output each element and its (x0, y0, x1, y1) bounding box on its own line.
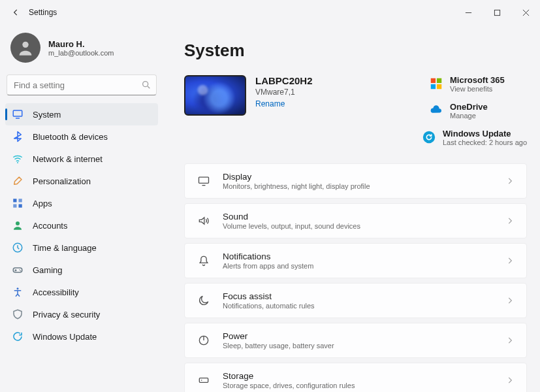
sidebar-item-accessibility[interactable]: Accessibility (5, 281, 158, 303)
setting-sub: Volume levels, output, input, sound devi… (223, 222, 494, 230)
chevron-right-icon (505, 216, 515, 225)
setting-storage[interactable]: StorageStorage space, drives, configurat… (184, 363, 527, 392)
setting-sound[interactable]: SoundVolume levels, output, input, sound… (184, 203, 527, 238)
sidebar-item-label: Privacy & security (33, 310, 100, 319)
setting-sub: Storage space, drives, configuration rul… (223, 382, 494, 389)
chevron-right-icon (505, 296, 515, 305)
sidebar-item-label: Bluetooth & devices (33, 132, 108, 142)
setting-power[interactable]: PowerSleep, battery usage, battery saver (184, 323, 527, 358)
sound-icon (197, 214, 211, 228)
sidebar-item-privacy-security[interactable]: Privacy & security (5, 303, 158, 325)
back-button[interactable] (8, 5, 24, 20)
setting-sub: Notifications, automatic rules (223, 302, 494, 310)
accessibility-icon (12, 286, 24, 298)
display-icon (197, 174, 211, 188)
sidebar-item-accounts[interactable]: Accounts (5, 214, 158, 237)
ms365-icon (429, 76, 443, 91)
profile-email: m_lab@outlook.com (48, 49, 114, 57)
setting-title: Focus assist (223, 291, 494, 301)
close-button[interactable] (511, 3, 540, 22)
sidebar-item-label: Gaming (33, 265, 63, 275)
search-icon (141, 80, 151, 90)
setting-sub: Alerts from apps and system (223, 262, 494, 270)
sidebar-item-label: Time & language (33, 243, 97, 253)
sidebar-item-bluetooth-devices[interactable]: Bluetooth & devices (5, 125, 158, 148)
svg-rect-1 (494, 10, 500, 15)
clock-globe-icon (12, 242, 24, 253)
sidebar-item-apps[interactable]: Apps (5, 192, 158, 214)
avatar (10, 33, 40, 63)
device-info: LABPC20H2 VMware7,1 Rename (184, 75, 313, 116)
setting-sub: Sleep, battery usage, battery saver (223, 342, 494, 350)
sidebar-item-label: Personalization (33, 176, 91, 186)
sidebar-item-label: Windows Update (33, 332, 97, 342)
chevron-right-icon (505, 176, 515, 186)
window-title: Settings (29, 8, 57, 17)
sidebar-item-personalization[interactable]: Personalization (5, 170, 158, 192)
focus-assist-icon (197, 293, 211, 308)
sidebar-item-label: Accounts (33, 221, 67, 231)
gamepad-icon (12, 264, 24, 276)
svg-line-6 (148, 86, 150, 88)
apps-icon (12, 197, 24, 209)
quicklink-sub: Manage (450, 112, 488, 120)
sidebar-item-label: Network & internet (33, 154, 103, 164)
power-icon (197, 333, 211, 348)
sidebar-item-system[interactable]: System (5, 103, 158, 125)
quicklink-title: Microsoft 365 (450, 75, 505, 85)
setting-title: Storage (223, 371, 494, 381)
quicklink-onedrive[interactable]: OneDriveManage (429, 102, 527, 120)
sidebar-item-label: System (33, 110, 61, 120)
quicklink-sub: Last checked: 2 hours ago (443, 139, 527, 146)
system-icon (12, 108, 24, 120)
notifications-icon (197, 253, 211, 268)
setting-title: Power (223, 331, 494, 341)
update-icon (12, 331, 24, 342)
setting-notifications[interactable]: NotificationsAlerts from apps and system (184, 243, 527, 278)
profile-name: Mauro H. (48, 39, 114, 49)
chevron-right-icon (505, 336, 515, 345)
quicklink-windows-update[interactable]: Windows UpdateLast checked: 2 hours ago (422, 129, 527, 146)
sidebar-item-label: Accessibility (33, 287, 79, 297)
quicklink-microsoft-[interactable]: Microsoft 365View benefits (429, 75, 527, 93)
svg-point-4 (22, 42, 28, 48)
shield-icon (12, 308, 24, 320)
sidebar-item-windows-update[interactable]: Windows Update (5, 325, 158, 348)
device-name: LABPC20H2 (255, 75, 313, 86)
setting-title: Sound (223, 212, 494, 221)
bluetooth-icon (12, 131, 24, 142)
storage-icon (197, 373, 211, 387)
sidebar-item-label: Apps (33, 199, 52, 208)
rename-link[interactable]: Rename (255, 99, 285, 108)
search-box (7, 74, 157, 95)
quicklink-title: OneDrive (450, 102, 488, 112)
brush-icon (12, 175, 24, 187)
setting-title: Notifications (223, 252, 494, 261)
sidebar-item-time-language[interactable]: Time & language (5, 237, 158, 259)
chevron-right-icon (505, 256, 515, 265)
setting-display[interactable]: DisplayMonitors, brightness, night light… (184, 163, 527, 199)
svg-point-5 (143, 82, 148, 87)
update-sync-icon (422, 130, 436, 144)
wifi-icon (12, 153, 24, 165)
onedrive-icon (429, 103, 443, 118)
quicklink-sub: View benefits (450, 85, 505, 93)
person-icon (12, 220, 24, 231)
profile-block[interactable]: Mauro H. m_lab@outlook.com (10, 33, 155, 63)
quicklink-title: Windows Update (443, 129, 527, 139)
setting-focus-assist[interactable]: Focus assistNotifications, automatic rul… (184, 283, 527, 318)
search-input[interactable] (7, 74, 157, 95)
sidebar-item-network-internet[interactable]: Network & internet (5, 148, 158, 170)
setting-title: Display (223, 172, 494, 182)
page-title: System (184, 41, 527, 61)
desktop-preview (184, 75, 246, 116)
maximize-button[interactable] (483, 3, 511, 22)
setting-sub: Monitors, brightness, night light, displ… (223, 182, 494, 190)
device-model: VMware7,1 (255, 88, 313, 97)
chevron-right-icon (505, 376, 515, 385)
sidebar-item-gaming[interactable]: Gaming (5, 259, 158, 281)
minimize-button[interactable] (454, 3, 483, 22)
